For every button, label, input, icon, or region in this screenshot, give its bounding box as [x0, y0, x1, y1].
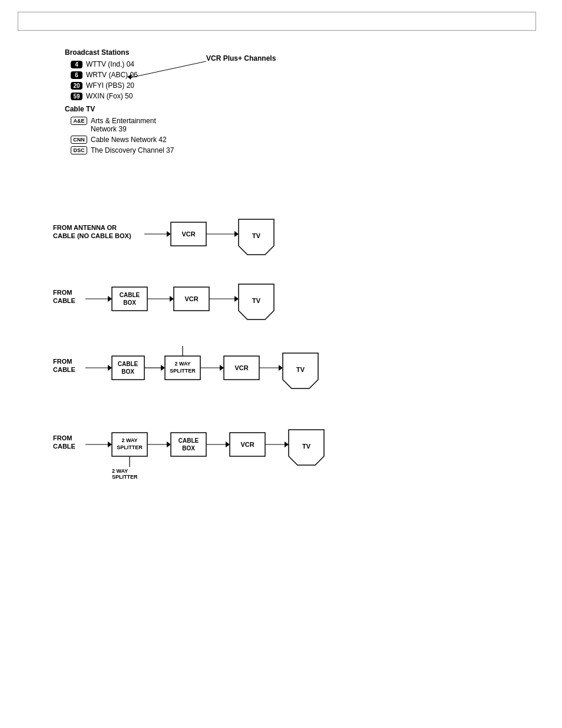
svg-text:BOX: BOX — [121, 368, 134, 375]
station-name-4: WXIN (Fox) 50 — [86, 92, 133, 100]
svg-text:SPLITTER: SPLITTER — [117, 444, 143, 450]
cable-name-2: Cable News Network 42 — [91, 136, 167, 144]
svg-text:TV: TV — [252, 297, 261, 304]
svg-marker-35 — [161, 365, 165, 371]
svg-text:2 WAY: 2 WAY — [112, 468, 128, 474]
svg-text:FROM: FROM — [53, 434, 72, 442]
svg-marker-24 — [234, 296, 239, 302]
svg-text:CABLE: CABLE — [120, 292, 140, 298]
cable-name-3: The Discovery Channel 37 — [91, 146, 174, 154]
diagram-2: FROM CABLE CABLE BOX VCR TV — [53, 278, 348, 325]
svg-text:SPLITTER: SPLITTER — [112, 474, 138, 480]
station-item-2: 6 WRTV (ABC) 06 — [71, 71, 174, 79]
svg-text:TV: TV — [252, 232, 261, 239]
svg-marker-30 — [108, 365, 112, 371]
svg-text:VCR: VCR — [240, 441, 254, 448]
cable-badge-dsc: DSC — [71, 146, 87, 154]
svg-text:BOX: BOX — [123, 299, 136, 306]
station-badge-59: 59 — [71, 93, 82, 100]
svg-text:FROM ANTENNA OR: FROM ANTENNA OR — [53, 224, 117, 231]
svg-text:TV: TV — [302, 443, 311, 450]
legend-inner: Broadcast Stations 4 WTTV (Ind.) 04 6 WR… — [65, 48, 174, 157]
svg-marker-9 — [234, 231, 239, 237]
svg-text:VCR: VCR — [184, 295, 198, 302]
svg-text:CABLE: CABLE — [53, 366, 75, 373]
page-container: Broadcast Stations 4 WTTV (Ind.) 04 6 WR… — [0, 0, 562, 728]
svg-text:TV: TV — [296, 366, 305, 373]
svg-marker-65 — [285, 442, 289, 447]
diagrams-section: FROM ANTENNA OR CABLE (NO CABLE BOX) VCR… — [53, 213, 544, 485]
svg-marker-44 — [279, 365, 283, 371]
cable-station-2: CNN Cable News Network 42 — [71, 136, 174, 144]
svg-marker-51 — [108, 442, 112, 447]
top-border-box — [18, 12, 536, 31]
svg-text:VCR: VCR — [181, 230, 195, 238]
cable-tv-title: Cable TV — [65, 105, 174, 113]
cable-name-1: Arts & EntertainmentNetwork 39 — [91, 117, 156, 133]
svg-marker-20 — [170, 296, 174, 302]
svg-text:CABLE (NO CABLE BOX): CABLE (NO CABLE BOX) — [53, 232, 131, 239]
svg-text:CABLE: CABLE — [53, 443, 75, 450]
station-badge-4: 4 — [71, 61, 82, 68]
svg-text:SPLITTER: SPLITTER — [170, 368, 196, 374]
svg-rect-31 — [112, 356, 144, 380]
svg-text:2 WAY: 2 WAY — [121, 437, 137, 443]
svg-marker-5 — [167, 231, 171, 237]
vcr-plus-label: VCR Plus+ Channels — [206, 54, 276, 62]
cable-station-1: A&E Arts & EntertainmentNetwork 39 — [71, 117, 174, 133]
svg-rect-16 — [112, 287, 147, 311]
station-item-1: 4 WTTV (Ind.) 04 — [71, 60, 174, 68]
cable-badge-cnn: CNN — [71, 136, 87, 144]
broadcast-title: Broadcast Stations — [65, 48, 174, 57]
svg-text:VCR: VCR — [234, 364, 248, 371]
svg-text:CABLE: CABLE — [53, 297, 75, 304]
svg-marker-15 — [108, 296, 112, 302]
station-name-1: WTTV (Ind.) 04 — [86, 60, 134, 68]
station-item-4: 59 WXIN (Fox) 50 — [71, 92, 174, 100]
svg-text:FROM: FROM — [53, 358, 72, 365]
svg-text:BOX: BOX — [182, 445, 195, 452]
legend-area: Broadcast Stations 4 WTTV (Ind.) 04 6 WR… — [65, 48, 544, 178]
svg-marker-56 — [167, 442, 171, 447]
svg-text:CABLE: CABLE — [178, 437, 199, 444]
diagram-3: FROM CABLE CABLE BOX 2 WAY SPLITTER VCR — [53, 343, 377, 402]
cable-station-3: DSC The Discovery Channel 37 — [71, 146, 174, 154]
station-item-3: 20 WFYI (PBS) 20 — [71, 81, 174, 90]
station-badge-6: 6 — [71, 71, 82, 79]
station-name-3: WFYI (PBS) 20 — [86, 81, 134, 90]
svg-rect-57 — [171, 433, 206, 456]
diagram-4: FROM CABLE 2 WAY SPLITTER CABLE BOX VCR — [53, 420, 377, 485]
svg-text:2 WAY: 2 WAY — [174, 361, 190, 367]
station-name-2: WRTV (ABC) 06 — [86, 71, 138, 79]
svg-text:CABLE: CABLE — [118, 361, 138, 367]
svg-text:FROM: FROM — [53, 289, 72, 296]
cable-badge-ae: A&E — [71, 117, 87, 125]
svg-marker-40 — [220, 365, 224, 371]
svg-marker-61 — [226, 442, 230, 447]
station-badge-20: 20 — [71, 82, 82, 90]
diagram-1: FROM ANTENNA OR CABLE (NO CABLE BOX) VCR… — [53, 213, 348, 261]
